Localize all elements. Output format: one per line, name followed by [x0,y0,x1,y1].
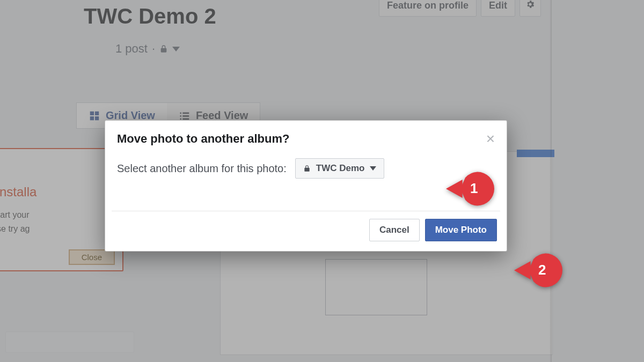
selected-album-label: TWC Demo [316,163,365,174]
annotation-marker-1: 1 [446,171,494,206]
annotation-number: 1 [470,180,478,197]
album-title: TWC Demo 2 [84,4,216,28]
error-heading: t start Office installa [0,184,114,200]
caret-down-icon [370,166,376,171]
error-line: , but we could not start your [0,209,114,221]
microsoft-logo-text: rosoft [0,157,114,172]
close-button[interactable]: Close [69,249,115,265]
dot-separator: · [152,42,155,56]
window-titlebar-accent [517,150,554,157]
edit-button[interactable]: Edit [481,0,515,17]
album-dropdown[interactable]: TWC Demo [295,158,385,179]
move-photo-button[interactable]: Move Photo [425,219,497,241]
close-icon: × [486,130,495,147]
dialog-prompt: Select another album for this photo: [117,162,287,175]
album-subline: 1 post · [115,42,180,56]
thumbnail-strip [5,331,134,353]
gear-icon [525,0,535,9]
cancel-button[interactable]: Cancel [369,219,420,241]
annotation-marker-2: 2 [514,253,562,288]
lock-icon [159,45,168,53]
dialog-close-button[interactable]: × [486,131,495,146]
lock-icon [303,165,311,172]
dialog-title: Move photo to another album? [117,132,289,146]
feature-on-profile-button[interactable]: Feature on profile [379,0,477,17]
caret-down-icon [172,47,180,51]
settings-button[interactable] [519,0,541,17]
background-frame [325,259,427,315]
grid-icon [89,110,100,122]
annotation-number: 2 [538,262,546,278]
post-count: 1 post [115,42,148,56]
error-line: is in progress. Please try ag [0,223,114,235]
